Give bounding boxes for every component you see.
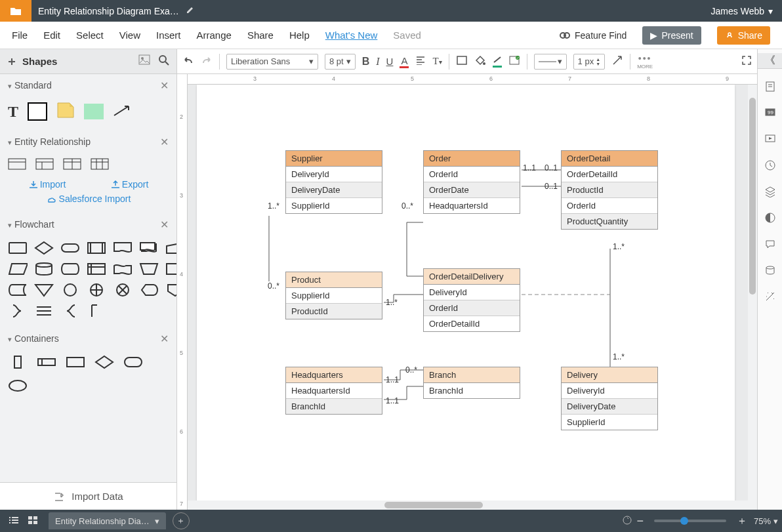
undo-button[interactable] bbox=[182, 55, 194, 68]
menu-edit[interactable]: Edit bbox=[43, 30, 60, 41]
fc-process[interactable] bbox=[8, 241, 28, 255]
er-shape-1[interactable] bbox=[8, 158, 26, 173]
fc-list[interactable] bbox=[34, 304, 54, 318]
entity-headquarters[interactable]: Headquarters HeadquartersId BranchId bbox=[285, 367, 382, 415]
fc-terminator[interactable] bbox=[60, 241, 80, 255]
folder-icon[interactable] bbox=[0, 0, 31, 22]
fc-offpage[interactable] bbox=[165, 283, 176, 297]
er-shape-2[interactable] bbox=[35, 158, 54, 173]
close-icon[interactable]: ✕ bbox=[160, 79, 169, 92]
fc-connector[interactable] bbox=[60, 283, 80, 297]
search-icon[interactable] bbox=[158, 54, 170, 69]
textstyle-button[interactable]: T▾ bbox=[432, 56, 442, 67]
menu-help[interactable]: Help bbox=[289, 30, 310, 41]
edit-title-icon[interactable] bbox=[186, 5, 195, 16]
vertical-scrollbar[interactable] bbox=[748, 85, 757, 501]
menu-view[interactable]: View bbox=[119, 30, 140, 41]
arrow-button[interactable] bbox=[611, 54, 623, 68]
italic-button[interactable]: I bbox=[376, 56, 379, 68]
entity-orderdetaildelivery[interactable]: OrderDetailDelivery DeliveryId OrderId O… bbox=[423, 268, 520, 332]
entity-delivery[interactable]: Delivery DeliveryId DeliveryDate Supplie… bbox=[561, 367, 658, 430]
fc-delay[interactable] bbox=[165, 262, 176, 276]
fullscreen-button[interactable] bbox=[741, 55, 752, 68]
import-data-button[interactable]: Import Data bbox=[0, 482, 176, 510]
grid-view-button[interactable] bbox=[24, 516, 42, 527]
fc-manualinput[interactable] bbox=[165, 241, 176, 255]
more-button[interactable]: •••MORE bbox=[637, 53, 653, 70]
section-containers[interactable]: Containers ✕ bbox=[0, 327, 176, 350]
feature-find[interactable]: Feature Find bbox=[559, 30, 627, 41]
close-icon[interactable]: ✕ bbox=[160, 333, 169, 345]
user-menu[interactable]: James Webb ▾ bbox=[702, 6, 782, 16]
section-standard[interactable]: Standard ✕ bbox=[0, 74, 176, 96]
container-1[interactable] bbox=[8, 355, 28, 369]
entity-product[interactable]: Product SupplierId ProductId bbox=[285, 272, 382, 319]
note-shape[interactable] bbox=[56, 102, 75, 121]
section-entity[interactable]: Entity Relationship ✕ bbox=[0, 131, 176, 153]
magic-icon[interactable] bbox=[764, 291, 776, 305]
menu-select[interactable]: Select bbox=[76, 30, 104, 41]
bold-button[interactable]: B bbox=[362, 56, 370, 68]
container-3[interactable] bbox=[66, 355, 85, 369]
import-link[interactable]: Import bbox=[28, 179, 66, 190]
zoom-in-button[interactable]: ＋ bbox=[733, 514, 751, 528]
shape-button[interactable] bbox=[456, 55, 468, 68]
close-icon[interactable]: ✕ bbox=[160, 218, 169, 231]
collapse-dock-button[interactable]: 《 bbox=[758, 53, 782, 69]
fc-data[interactable] bbox=[8, 262, 28, 276]
salesforce-import-link[interactable]: Salesforce Import bbox=[8, 191, 169, 204]
shapes-panel-toggle[interactable]: Shapes bbox=[7, 56, 57, 67]
arrow-shape[interactable] bbox=[113, 104, 133, 119]
text-shape[interactable]: T bbox=[8, 103, 18, 121]
menu-file[interactable]: File bbox=[12, 30, 28, 41]
line-button[interactable] bbox=[493, 56, 502, 68]
theme-icon[interactable] bbox=[764, 212, 776, 226]
fc-bracket-open[interactable] bbox=[60, 304, 80, 318]
page-tab[interactable]: Entity Relationship Dia… ▾ bbox=[49, 512, 166, 529]
menu-share[interactable]: Share bbox=[247, 30, 274, 41]
linestyle-select[interactable]: ▾ bbox=[534, 54, 567, 70]
diagram-page[interactable]: Supplier DeliveryId DeliveryDate Supplie… bbox=[197, 85, 735, 504]
fc-decision[interactable] bbox=[34, 241, 54, 255]
container-6[interactable] bbox=[8, 379, 28, 393]
redo-button[interactable] bbox=[201, 55, 213, 68]
share-button[interactable]: Share bbox=[717, 26, 770, 45]
fc-multidoc[interactable] bbox=[139, 241, 159, 255]
fc-internalstorage[interactable] bbox=[87, 262, 106, 276]
rectangle-shape[interactable] bbox=[28, 102, 47, 121]
sync-icon[interactable] bbox=[622, 515, 632, 527]
font-select[interactable]: Liberation Sans▾ bbox=[226, 54, 318, 70]
fc-manualop[interactable] bbox=[139, 262, 159, 276]
history-icon[interactable] bbox=[764, 159, 776, 174]
canvas[interactable]: 2 3 4 5 6 7 3 4 5 6 7 8 9 bbox=[177, 74, 757, 510]
page-icon[interactable] bbox=[764, 81, 776, 95]
layout-button[interactable] bbox=[508, 55, 520, 68]
fc-note[interactable] bbox=[87, 304, 106, 318]
close-icon[interactable]: ✕ bbox=[160, 136, 169, 148]
entity-orderdetail[interactable]: OrderDetail OrderDetailId ProductId Orde… bbox=[561, 150, 658, 230]
fc-sum[interactable] bbox=[113, 283, 133, 297]
fc-papertape[interactable] bbox=[113, 262, 133, 276]
container-2[interactable] bbox=[37, 355, 56, 369]
fill-button[interactable] bbox=[474, 55, 486, 68]
present-icon[interactable] bbox=[764, 133, 776, 148]
chevron-down-icon[interactable]: ▾ bbox=[773, 516, 778, 526]
fontsize-select[interactable]: 8 pt ▾ bbox=[325, 54, 356, 70]
fc-merge[interactable] bbox=[34, 283, 54, 297]
present-button[interactable]: ▶ Present bbox=[642, 26, 701, 45]
block-shape[interactable] bbox=[84, 104, 104, 119]
outline-view-button[interactable] bbox=[4, 516, 24, 527]
fc-directdata[interactable] bbox=[60, 262, 80, 276]
export-link[interactable]: Export bbox=[110, 179, 148, 190]
fc-predefined[interactable] bbox=[87, 241, 106, 255]
fc-bracket-close[interactable] bbox=[8, 304, 28, 318]
whats-new-link[interactable]: What's New bbox=[325, 30, 378, 41]
zoom-out-button[interactable]: − bbox=[632, 514, 648, 528]
container-5[interactable] bbox=[123, 355, 143, 369]
entity-branch[interactable]: Branch BranchId bbox=[423, 367, 520, 399]
er-shape-3[interactable] bbox=[63, 158, 81, 173]
er-shape-4[interactable] bbox=[91, 158, 109, 173]
entity-order[interactable]: Order OrderId OrderDate HeadquartersId bbox=[423, 150, 520, 214]
comment-icon[interactable]: 99 bbox=[764, 107, 776, 121]
menu-arrange[interactable]: Arrange bbox=[197, 30, 232, 41]
